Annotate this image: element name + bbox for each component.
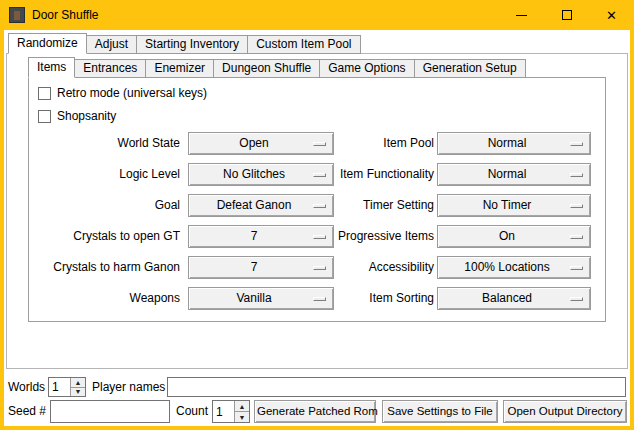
dropdown-value: On (438, 226, 590, 247)
tab-dungeon-shuffle[interactable]: Dungeon Shuffle (213, 59, 320, 78)
worlds-value[interactable]: 1 (49, 378, 70, 396)
crystals-gt-label: Crystals to open GT (30, 225, 180, 248)
goal-label: Goal (30, 194, 180, 217)
dropdown-indicator-icon (570, 235, 583, 239)
generate-patched-rom-button[interactable]: Generate Patched Rom (254, 400, 376, 423)
window-controls: ✕ (499, 0, 634, 30)
dropdown-value: No Timer (438, 195, 590, 216)
retro-mode-label: Retro mode (universal keys) (57, 86, 207, 100)
spinner-up-icon[interactable]: ▲ (71, 378, 85, 388)
checkbox-box-icon[interactable] (38, 110, 51, 123)
tab-starting-inventory[interactable]: Starting Inventory (136, 35, 248, 54)
close-button[interactable]: ✕ (589, 0, 634, 30)
spinner-up-icon[interactable]: ▲ (235, 401, 249, 412)
maximize-icon (562, 10, 572, 20)
tab-randomize[interactable]: Randomize (8, 33, 87, 54)
seed-label: Seed # (8, 400, 46, 423)
item-pool-dropdown[interactable]: Normal (437, 132, 591, 155)
sub-tab-bar: Items Entrances Enemizer Dungeon Shuffle… (28, 57, 525, 78)
player-names-label: Player names (92, 377, 165, 397)
main-tab-bar: Randomize Adjust Starting Inventory Cust… (8, 33, 360, 54)
retro-mode-checkbox[interactable]: Retro mode (universal keys) (38, 86, 207, 100)
timer-setting-label: Timer Setting (292, 194, 434, 217)
window: Door Shuffle ✕ Randomize Adjust Starting… (0, 0, 634, 430)
world-state-label: World State (30, 132, 180, 155)
spinner-buttons: ▲ ▼ (234, 401, 249, 422)
tab-game-options[interactable]: Game Options (319, 59, 414, 78)
tab-generation-setup[interactable]: Generation Setup (414, 59, 526, 78)
progressive-items-dropdown[interactable]: On (437, 225, 591, 248)
item-functionality-label: Item Functionality (292, 163, 434, 186)
dropdown-indicator-icon (570, 204, 583, 208)
tab-enemizer[interactable]: Enemizer (145, 59, 214, 78)
minimize-button[interactable] (499, 0, 544, 30)
app-icon (9, 7, 25, 23)
accessibility-dropdown[interactable]: 100% Locations (437, 256, 591, 279)
dropdown-value: Normal (438, 164, 590, 185)
player-names-input[interactable] (167, 377, 626, 397)
save-settings-button[interactable]: Save Settings to File (382, 400, 498, 423)
progressive-items-label: Progressive Items (292, 225, 434, 248)
tab-entrances[interactable]: Entrances (74, 59, 146, 78)
timer-setting-dropdown[interactable]: No Timer (437, 194, 591, 217)
item-sorting-label: Item Sorting (292, 287, 434, 310)
tab-custom-item-pool[interactable]: Custom Item Pool (247, 35, 360, 54)
dropdown-indicator-icon (570, 173, 583, 177)
weapons-label: Weapons (30, 287, 180, 310)
accessibility-label: Accessibility (292, 256, 434, 279)
dropdown-indicator-icon (570, 142, 583, 146)
crystals-ganon-label: Crystals to harm Ganon (30, 256, 180, 279)
count-spinner[interactable]: 1 ▲ ▼ (212, 400, 250, 423)
window-title: Door Shuffle (32, 8, 99, 22)
footer-right-buttons: Save Settings to File Open Output Direct… (382, 400, 627, 423)
seed-input[interactable] (50, 400, 170, 423)
item-pool-label: Item Pool (292, 132, 434, 155)
item-functionality-dropdown[interactable]: Normal (437, 163, 591, 186)
dropdown-value: Normal (438, 133, 590, 154)
spinner-buttons: ▲ ▼ (70, 378, 85, 396)
checkbox-box-icon[interactable] (38, 87, 51, 100)
titlebar[interactable]: Door Shuffle ✕ (0, 0, 634, 30)
minimize-icon (516, 15, 527, 16)
spinner-down-icon[interactable]: ▼ (71, 388, 85, 397)
shopsanity-checkbox[interactable]: Shopsanity (38, 109, 116, 123)
dropdown-indicator-icon (570, 266, 583, 270)
worlds-spinner[interactable]: 1 ▲ ▼ (48, 377, 86, 397)
tab-items[interactable]: Items (28, 57, 75, 78)
open-output-directory-button[interactable]: Open Output Directory (503, 400, 627, 423)
tab-adjust[interactable]: Adjust (86, 35, 137, 54)
count-value[interactable]: 1 (213, 401, 234, 422)
window-content: Randomize Adjust Starting Inventory Cust… (4, 30, 630, 426)
dropdown-value: 100% Locations (438, 257, 590, 278)
logic-level-label: Logic Level (30, 163, 180, 186)
dropdown-indicator-icon (570, 297, 583, 301)
close-icon: ✕ (606, 9, 617, 22)
worlds-label: Worlds (8, 377, 45, 397)
count-label: Count (176, 400, 208, 423)
spinner-down-icon[interactable]: ▼ (235, 412, 249, 422)
maximize-button[interactable] (544, 0, 589, 30)
item-sorting-dropdown[interactable]: Balanced (437, 287, 591, 310)
shopsanity-label: Shopsanity (57, 109, 116, 123)
dropdown-value: Balanced (438, 288, 590, 309)
